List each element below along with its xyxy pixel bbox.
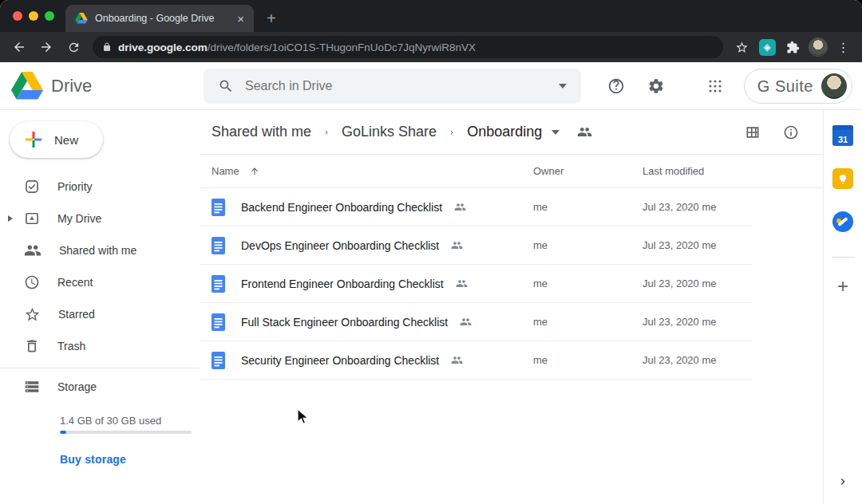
sidebar-item-label: Priority [57,180,93,193]
column-owner[interactable]: Owner [533,165,643,177]
address-bar[interactable]: drive.google.com/drive/folders/1oiCO1S-T… [93,36,723,58]
starred-icon [24,306,41,323]
priority-icon [24,179,40,195]
storage-progress-bar [60,431,192,434]
close-window-button[interactable] [13,11,22,21]
browser-profile-avatar[interactable] [808,37,828,57]
sidebar-item-label: Shared with me [59,244,136,257]
tab-title: Onboarding - Google Drive [95,13,228,24]
drive-header: Drive G Suite [0,62,862,110]
folder-menu-caret-icon[interactable] [552,130,560,135]
drive-logo-icon [11,72,43,100]
header-actions: G Suite [600,62,862,110]
breadcrumb-onboarding[interactable]: Onboarding [467,124,542,140]
forward-icon[interactable] [35,36,57,58]
trash-icon [24,338,40,354]
url-path: /drive/folders/1oiCO1S-THugonFnUoDc7JqNy… [208,41,476,53]
sidebar-item-my-drive[interactable]: My Drive [0,203,200,234]
google-doc-icon [212,275,225,293]
file-row[interactable]: DevOps Engineer Onboarding Checklist me … [200,226,753,265]
sort-ascending-icon[interactable] [249,166,260,177]
sidebar-item-trash[interactable]: Trash [0,330,200,362]
sidebar-item-label: My Drive [57,212,101,225]
mouse-cursor [297,408,310,429]
search-options-caret-icon[interactable] [559,84,567,89]
file-modified: Jul 23, 2020 me [643,316,753,328]
sidebar-item-storage[interactable]: Storage [0,368,200,400]
file-row[interactable]: Security Engineer Onboarding Checklist m… [200,341,753,380]
breadcrumb-shared-with-me[interactable]: Shared with me [212,124,311,140]
browser-menu-icon[interactable]: ⋮ [833,37,854,57]
new-tab-button[interactable]: + [267,10,276,28]
grid-view-icon[interactable] [745,124,761,140]
back-icon[interactable] [8,36,30,58]
column-name[interactable]: Name [212,165,239,177]
close-tab-icon[interactable]: × [235,12,246,26]
browser-window: Onboarding - Google Drive × + drive.goog… [0,0,862,504]
drive-favicon [75,13,88,24]
file-row[interactable]: Backend Engineer Onboarding Checklist me… [200,188,753,226]
url-text: drive.google.com/drive/folders/1oiCO1S-T… [118,41,476,53]
sidebar-item-label: Storage [57,380,97,393]
new-plus-icon [24,130,43,149]
column-last-modified[interactable]: Last modified [643,165,823,177]
help-icon[interactable] [600,70,632,102]
tab-strip: Onboarding - Google Drive × + [0,0,862,32]
file-owner: me [533,239,643,251]
file-modified: Jul 23, 2020 me [643,354,753,366]
zoom-window-button[interactable] [45,11,54,21]
bookmark-star-icon[interactable] [731,37,752,57]
tasks-icon[interactable] [832,211,854,233]
folder-shared-icon [577,124,592,140]
search-icon [218,78,234,94]
google-doc-icon [212,313,225,331]
buy-storage-link[interactable]: Buy storage [60,453,126,466]
file-modified: Jul 23, 2020 me [643,201,753,213]
file-row[interactable]: Frontend Engineer Onboarding Checklist m… [200,265,753,303]
file-modified: Jul 23, 2020 me [643,278,753,289]
extensions-puzzle-icon[interactable] [782,37,803,57]
file-row[interactable]: Full Stack Engineer Onboarding Checklist… [200,303,753,341]
file-name: DevOps Engineer Onboarding Checklist [241,239,439,252]
new-button[interactable]: New [10,121,103,158]
file-modified: Jul 23, 2020 me [643,239,753,251]
account-avatar[interactable] [821,73,847,99]
table-header: Name Owner Last modified [200,155,823,188]
browser-tab[interactable]: Onboarding - Google Drive × [65,5,254,32]
file-list: Backend Engineer Onboarding Checklist me… [200,188,753,380]
search-bar[interactable] [204,69,581,104]
file-shared-icon [454,201,466,213]
drive-logo[interactable]: Drive [0,72,200,100]
breadcrumb-golinks-share[interactable]: GoLinks Share [342,124,437,140]
reload-icon[interactable] [62,36,85,58]
file-shared-icon [451,354,463,366]
file-owner: me [533,316,643,328]
keep-icon[interactable] [832,167,854,190]
get-add-ons-icon[interactable]: + [837,275,848,297]
hide-panel-chevron-icon[interactable] [836,475,849,491]
expand-arrow-icon[interactable] [8,215,13,222]
settings-gear-icon[interactable] [640,70,672,102]
rail-divider [832,257,854,258]
browser-toolbar: drive.google.com/drive/folders/1oiCO1S-T… [0,32,862,62]
calendar-icon[interactable]: 31 [832,124,854,147]
sidebar: New Priority My Drive Shared with me [0,110,200,504]
file-owner: me [533,354,643,366]
google-doc-icon [212,199,225,216]
file-shared-icon [451,239,463,251]
google-apps-grid-icon[interactable] [699,70,731,102]
extension-badge-icon[interactable]: ◈ [757,37,777,57]
minimize-window-button[interactable] [29,11,38,21]
search-input[interactable] [245,79,548,93]
file-name: Security Engineer Onboarding Checklist [241,354,439,367]
gsuite-account-badge[interactable]: G Suite [744,69,852,104]
sidebar-item-priority[interactable]: Priority [0,171,200,203]
info-icon[interactable] [783,124,799,140]
sidebar-item-label: Trash [57,340,85,352]
breadcrumb-separator-icon [448,126,456,139]
sidebar-item-starred[interactable]: Starred [0,298,200,330]
sidebar-item-shared-with-me[interactable]: Shared with me [0,234,200,266]
new-button-label: New [54,133,78,147]
sidebar-item-recent[interactable]: Recent [0,266,200,298]
google-doc-icon [212,237,225,254]
